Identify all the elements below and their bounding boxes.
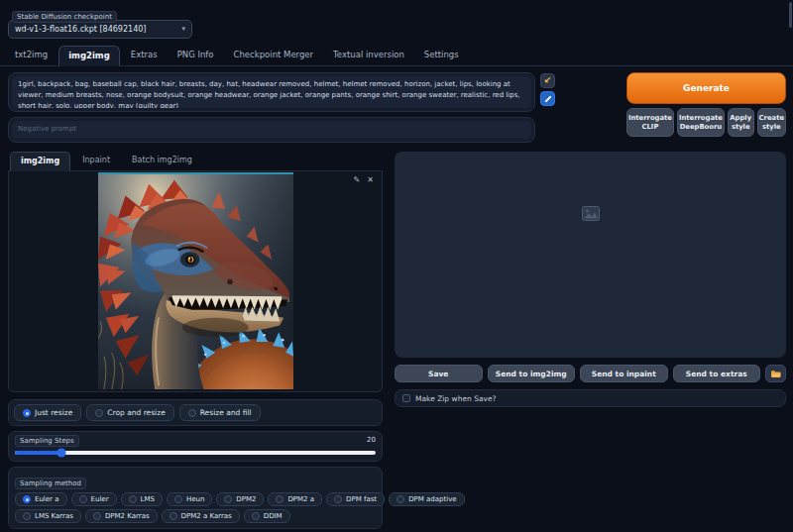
sampler-dpm-fast[interactable]: DPM fast [326, 492, 385, 506]
send-to-img2img-button[interactable]: Send to img2img [488, 365, 576, 382]
prompt-input[interactable]: 1girl, backpack, bag, baseball cap, blac… [12, 76, 531, 108]
radio-icon [396, 495, 404, 503]
work-row: img2imgInpaintBatch img2img ✎ ✕ [8, 152, 786, 532]
radio-label: LMS Karras [35, 512, 73, 520]
resize-option-resize-and-fill[interactable]: Resize and fill [179, 404, 261, 421]
radio-icon [276, 495, 283, 503]
sampler-dpm2[interactable]: DPM2 [216, 492, 264, 506]
slider-track[interactable] [15, 451, 376, 455]
tab-extras[interactable]: Extras [122, 46, 167, 65]
source-image-panel: ✎ ✕ [8, 171, 383, 392]
radio-icon [93, 512, 101, 520]
radio-icon [23, 512, 31, 520]
radio-label: DPM2 a Karras [181, 512, 232, 520]
main-tabnav: txt2imgimg2imgExtrasPNG InfoCheckpoint M… [0, 46, 793, 66]
radio-icon [224, 495, 232, 503]
negative-prompt-input[interactable]: Negative prompt [12, 121, 531, 139]
radio-icon [170, 512, 177, 520]
tab-textual-inversion[interactable]: Textual inversion [324, 46, 413, 65]
tab-img2img[interactable]: img2img [58, 46, 120, 66]
img2img-tab-img2img[interactable]: img2img [10, 152, 70, 171]
sampler-euler-a[interactable]: Euler a [15, 492, 67, 506]
radio-label: DPM2 [236, 495, 256, 503]
radio-icon [188, 409, 196, 417]
tab-settings[interactable]: Settings [415, 46, 468, 65]
sampler-lms-karras[interactable]: LMS Karras [15, 509, 81, 523]
slider-thumb[interactable] [57, 448, 66, 457]
scrollbar-thumb[interactable] [789, 2, 792, 28]
image-placeholder-icon [582, 206, 600, 221]
radio-label: Resize and fill [200, 408, 252, 417]
output-buttons-row: SaveSend to img2imgSend to inpaintSend t… [395, 365, 786, 382]
sampling-method-row-2: LMS KarrasDPM2 KarrasDPM2 a KarrasDDIM [15, 509, 376, 523]
resize-option-crop-and-resize[interactable]: Crop and resize [86, 404, 173, 421]
radio-icon [79, 495, 87, 503]
output-gallery[interactable] [395, 152, 786, 358]
img2img-tab-inpaint[interactable]: Inpaint [72, 152, 120, 170]
radio-icon [252, 512, 260, 520]
close-icon[interactable]: ✕ [367, 176, 374, 184]
slider-value: 20 [367, 436, 376, 444]
create-style-button[interactable]: Create style [757, 108, 786, 137]
radio-label: Euler a [35, 495, 59, 503]
sampler-dpm2-a-karras[interactable]: DPM2 a Karras [162, 509, 240, 523]
img2img-settings-column: img2imgInpaintBatch img2img ✎ ✕ [8, 152, 383, 532]
sampler-ddim[interactable]: DDIM [244, 509, 290, 523]
edit-pencil-icon[interactable]: ✎ [354, 176, 361, 184]
send-to-extras-button[interactable]: Send to extras [673, 365, 761, 382]
prompt-tools: ↙ [540, 72, 556, 106]
radio-label: Heun [186, 495, 204, 503]
stable-diffusion-webui: Stable Diffusion checkpoint wd-v1-3-floa… [0, 0, 793, 532]
sampler-euler[interactable]: Euler [71, 492, 117, 506]
tab-checkpoint-merger[interactable]: Checkpoint Merger [225, 46, 323, 65]
actions-column: Generate Interrogate CLIPInterrogate Dee… [626, 72, 786, 137]
apply-style-button[interactable]: Apply style [728, 108, 754, 137]
dinosaur-source-image[interactable] [98, 172, 293, 389]
radio-icon [334, 495, 342, 503]
sampler-lms[interactable]: LMS [121, 492, 163, 506]
tab-png-info[interactable]: PNG Info [169, 46, 223, 65]
resize-option-just-resize[interactable]: Just resize [14, 404, 81, 421]
sampler-heun[interactable]: Heun [167, 492, 212, 506]
dinosaur-illustration [98, 174, 293, 389]
radio-icon [23, 409, 31, 417]
interrogate-deepbooru-button[interactable]: Interrogate DeepBooru [677, 108, 725, 137]
save-button[interactable]: Save [395, 365, 483, 382]
radio-icon [95, 409, 103, 417]
radio-label: Crop and resize [107, 408, 165, 417]
brush-icon [544, 95, 551, 102]
prompt-row: 1girl, backpack, bag, baseball cap, blac… [8, 72, 786, 143]
prompt-column: 1girl, backpack, bag, baseball cap, blac… [8, 72, 535, 143]
make-zip-checkbox[interactable] [402, 394, 410, 402]
image-tools: ✎ ✕ [354, 176, 374, 184]
slider-fill [15, 451, 61, 455]
radio-label: DPM2 a [287, 495, 314, 503]
radio-label: Euler [91, 495, 109, 503]
open-folder-button[interactable] [765, 365, 786, 382]
img2img-tabnav: img2imgInpaintBatch img2img [8, 152, 383, 171]
radio-label: DPM fast [346, 495, 377, 503]
send-to-inpaint-button[interactable]: Send to inpaint [580, 365, 668, 382]
sampling-method-group: Sampling method Euler aEulerLMSHeunDPM2D… [8, 467, 383, 529]
radio-label: Just resize [35, 408, 72, 417]
tab-content: 1girl, backpack, bag, baseball cap, blac… [0, 66, 793, 532]
img2img-tab-batch-img2img[interactable]: Batch img2img [122, 152, 202, 170]
resize-mode-group: Just resizeCrop and resizeResize and fil… [8, 399, 383, 426]
checkpoint-label: Stable Diffusion checkpoint [12, 11, 117, 23]
sampling-steps-slider: Sampling Steps20 [8, 431, 383, 462]
style-edit-button[interactable] [540, 91, 555, 106]
paste-prompt-button[interactable]: ↙ [540, 73, 555, 88]
sampler-dpm2-a[interactable]: DPM2 a [268, 492, 322, 506]
sampler-dpm-adaptive[interactable]: DPM adaptive [389, 492, 464, 506]
radio-label: DDIM [264, 512, 283, 520]
generate-button[interactable]: Generate [626, 72, 786, 104]
zip-option-panel: Make Zip when Save? [395, 389, 786, 407]
radio-icon [23, 495, 31, 503]
arrow-down-left-icon: ↙ [544, 76, 552, 85]
tab-txt2img[interactable]: txt2img [6, 46, 57, 65]
sampler-dpm2-karras[interactable]: DPM2 Karras [85, 509, 158, 523]
radio-label: LMS [141, 495, 155, 503]
radio-label: DPM adaptive [408, 495, 456, 503]
interrogate-clip-button[interactable]: Interrogate CLIP [626, 108, 674, 137]
checkpoint-value: wd-v1-3-float16.ckpt [84692140] [15, 25, 146, 34]
